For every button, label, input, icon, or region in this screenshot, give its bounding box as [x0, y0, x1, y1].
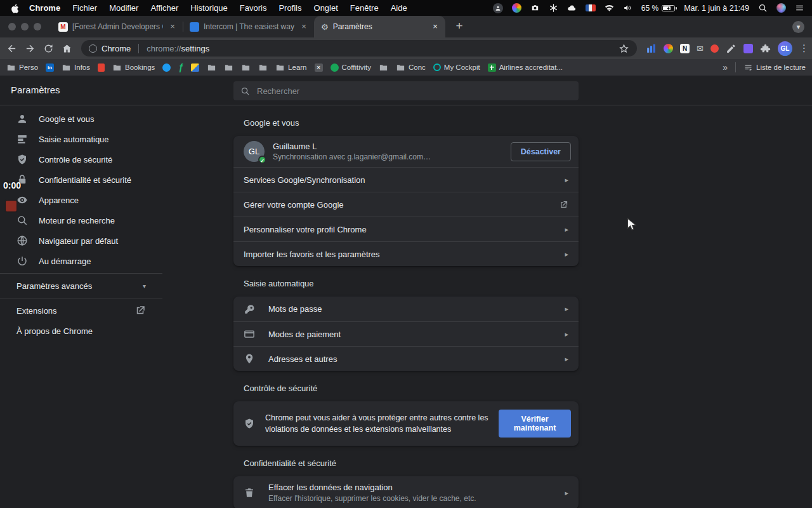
- extension-bars-icon[interactable]: [646, 43, 657, 54]
- reading-list-button[interactable]: Liste de lecture: [743, 63, 806, 72]
- menu-modifier[interactable]: Modifier: [109, 3, 138, 13]
- sidebar-item-extensions[interactable]: Extensions: [0, 300, 146, 321]
- menu-afficher[interactable]: Afficher: [150, 3, 178, 13]
- bookmark-folder-learn[interactable]: Learn: [275, 63, 306, 72]
- colorful-app-icon[interactable]: [512, 3, 521, 13]
- reload-icon[interactable]: [43, 43, 54, 54]
- window-zoom-button[interactable]: [34, 23, 41, 30]
- siri-icon[interactable]: [776, 3, 786, 13]
- volume-icon[interactable]: [623, 3, 632, 13]
- sidebar-item-advanced[interactable]: Paramètres avancés▾: [0, 276, 146, 296]
- menu-onglet[interactable]: Onglet: [314, 3, 338, 13]
- menu-fichier[interactable]: Fichier: [72, 3, 97, 13]
- user-app-icon[interactable]: [493, 3, 503, 13]
- bookmark-folder-infos[interactable]: Infos: [62, 63, 90, 72]
- settings-search-input[interactable]: [257, 86, 572, 96]
- screenshot-icon[interactable]: [530, 3, 540, 13]
- keyboard-flag-icon[interactable]: [586, 4, 596, 11]
- sidebar-item-startup[interactable]: Au démarrage: [0, 251, 146, 271]
- home-icon[interactable]: [62, 43, 72, 54]
- tab-search-button[interactable]: ▾: [792, 21, 804, 33]
- row-addresses[interactable]: Adresses et autres▸: [233, 346, 579, 371]
- row-import-bookmarks[interactable]: Importer les favoris et les paramètres▸: [233, 241, 579, 266]
- bookmark-folder-2[interactable]: [224, 63, 233, 72]
- wifi-icon[interactable]: [605, 3, 614, 13]
- window-close-button[interactable]: [8, 23, 16, 30]
- page-info-icon[interactable]: [89, 44, 97, 53]
- tab-close-icon[interactable]: ×: [430, 22, 440, 32]
- bookmark-airlines[interactable]: Airlines accreditat...: [488, 64, 563, 72]
- bookmark-folder-bookings[interactable]: Bookings: [112, 63, 155, 72]
- spotlight-search-icon[interactable]: [758, 3, 768, 13]
- bookmark-folder-4[interactable]: [258, 63, 268, 72]
- row-sync-services[interactable]: Services Google/Synchronisation▸: [233, 167, 579, 192]
- bookmark-folder-5[interactable]: [379, 63, 388, 72]
- sidebar-item-search-engine[interactable]: Moteur de recherche: [0, 210, 146, 231]
- bookmark-linkedin[interactable]: in: [46, 64, 54, 72]
- section-header-autofill: Saisie automatique: [233, 266, 579, 297]
- row-clear-browsing-data[interactable]: Effacer les données de navigation Efface…: [233, 476, 579, 508]
- bookmark-coffitivity[interactable]: Coffitivity: [331, 64, 371, 72]
- sidebar-item-autofill[interactable]: Saisie automatique: [0, 129, 146, 149]
- tab-forest-admin[interactable]: M [Forest Admin Developers Com ×: [51, 16, 183, 37]
- back-icon[interactable]: [6, 43, 17, 54]
- bookmark-doc[interactable]: [98, 64, 105, 72]
- extensions-puzzle-icon[interactable]: [760, 43, 771, 54]
- sidebar-item-default-browser[interactable]: Navigateur par défaut: [0, 231, 146, 251]
- bookmark-folder-1[interactable]: [207, 63, 216, 72]
- bookmark-star-icon[interactable]: [619, 43, 629, 54]
- bookmark-folder-conc[interactable]: Conc: [396, 63, 426, 72]
- tab-close-icon[interactable]: ×: [167, 22, 178, 32]
- apple-menu-icon[interactable]: [10, 3, 18, 13]
- menu-aide[interactable]: Aide: [391, 3, 407, 13]
- tab-close-icon[interactable]: ×: [299, 22, 309, 32]
- menu-fenetre[interactable]: Fenêtre: [350, 3, 379, 13]
- bookmark-folder-perso[interactable]: Perso: [6, 63, 38, 72]
- menu-favoris[interactable]: Favoris: [240, 3, 267, 13]
- sidebar-item-google[interactable]: Google et vous: [0, 109, 146, 129]
- browser-menu-icon[interactable]: ⋮: [799, 43, 806, 54]
- list-menu-icon[interactable]: [795, 3, 804, 13]
- tab-parametres[interactable]: ⚙ Paramètres ×: [314, 16, 445, 37]
- recording-stop-button[interactable]: [6, 201, 16, 211]
- extension-pen-icon[interactable]: [726, 43, 737, 54]
- sidebar-item-about[interactable]: À propos de Chrome: [0, 321, 146, 341]
- bookmark-duo[interactable]: [191, 64, 199, 72]
- tab-intercom[interactable]: Intercom | The easiest way to s ×: [183, 16, 314, 37]
- bookmark-folder-3[interactable]: [241, 63, 251, 72]
- chevron-right-icon: ▸: [565, 355, 568, 363]
- extension-notion-icon[interactable]: N: [680, 44, 690, 53]
- profile-avatar[interactable]: GL: [778, 41, 792, 56]
- menu-bar-clock[interactable]: Mar. 1 juin à 21:49: [684, 4, 749, 13]
- extension-purple-icon[interactable]: [743, 44, 753, 53]
- extension-red-dot-icon[interactable]: [710, 44, 719, 53]
- extension-colorful-icon[interactable]: [664, 44, 673, 53]
- bookmark-fiverr[interactable]: ƒ: [178, 63, 183, 72]
- menu-profils[interactable]: Profils: [278, 3, 301, 13]
- sidebar-item-safety[interactable]: Contrôle de sécurité: [0, 149, 146, 170]
- row-payment-methods[interactable]: Modes de paiement▸: [233, 321, 579, 346]
- bookmark-twitter[interactable]: [162, 64, 171, 72]
- row-passwords[interactable]: Mots de passe▸: [233, 297, 579, 321]
- bookmark-my-cockpit[interactable]: My Cockpit: [433, 64, 480, 71]
- battery-status[interactable]: 65 %: [641, 4, 675, 13]
- extension-mail-icon[interactable]: ✉: [697, 44, 704, 53]
- sidebar-item-privacy[interactable]: Confidentialité et sécurité: [0, 170, 146, 190]
- forward-icon[interactable]: [25, 43, 36, 54]
- menu-app-name[interactable]: Chrome: [29, 3, 60, 13]
- cloud-icon[interactable]: [567, 3, 577, 13]
- menu-historique[interactable]: Historique: [190, 3, 228, 13]
- bookmark-x[interactable]: ✕: [315, 64, 323, 72]
- settings-search[interactable]: [233, 81, 579, 100]
- address-bar[interactable]: Chrome chrome://settings: [81, 40, 637, 57]
- sidebar-item-appearance[interactable]: Apparence: [0, 190, 146, 210]
- asterisk-icon[interactable]: [549, 3, 558, 13]
- new-tab-button[interactable]: +: [451, 18, 468, 35]
- row-manage-google-account[interactable]: Gérer votre compte Google: [233, 192, 579, 217]
- row-label: Personnaliser votre profil Chrome: [244, 225, 367, 234]
- bookmarks-overflow-icon[interactable]: »: [723, 62, 728, 72]
- turn-off-sync-button[interactable]: Désactiver: [511, 142, 571, 161]
- check-now-button[interactable]: Vérifier maintenant: [499, 410, 571, 438]
- row-customize-profile[interactable]: Personnaliser votre profil Chrome▸: [233, 217, 579, 241]
- window-minimize-button[interactable]: [21, 23, 29, 30]
